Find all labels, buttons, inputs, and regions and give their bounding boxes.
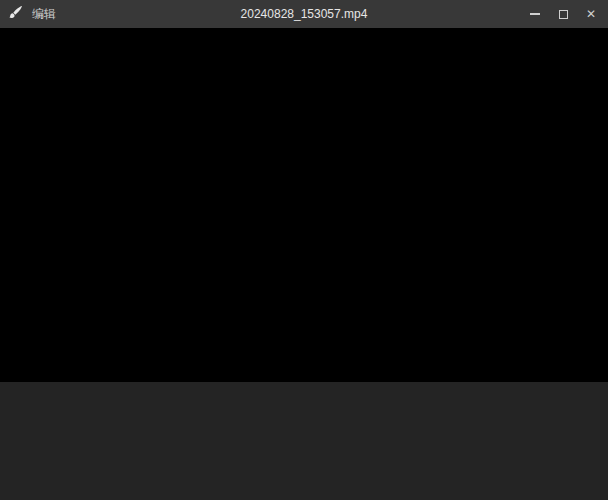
titlebar-left: 编辑	[0, 4, 56, 24]
close-icon[interactable]: ✕	[580, 3, 602, 25]
titlebar[interactable]: 编辑 20240828_153057.mp4 ✕	[0, 0, 608, 28]
bottom-panel: 00 : 00 : 00 ~ 00 : 00 : 02 时长 : 00:00:0…	[0, 382, 608, 500]
brush-icon	[8, 4, 24, 24]
maximize-icon[interactable]	[552, 3, 574, 25]
video-preview[interactable]	[0, 28, 608, 382]
app-window: 编辑 20240828_153057.mp4 ✕ 00 : 00 : 0	[0, 0, 608, 500]
minimize-icon[interactable]	[524, 3, 546, 25]
window-title: 20240828_153057.mp4	[0, 0, 608, 28]
app-label: 编辑	[32, 6, 56, 23]
window-controls: ✕	[524, 0, 602, 28]
